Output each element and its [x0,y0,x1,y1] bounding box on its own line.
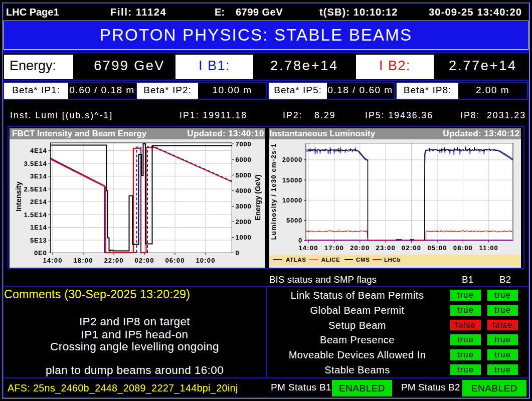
svg-text:4000: 4000 [235,187,251,194]
svg-text:23:00: 23:00 [376,244,395,252]
svg-text:2E14: 2E14 [30,198,47,206]
svg-text:3000: 3000 [235,203,251,210]
svg-text:0: 0 [235,249,239,257]
svg-text:14:00: 14:00 [43,257,62,264]
svg-text:02:00: 02:00 [134,257,154,264]
svg-text:20000: 20000 [282,156,302,163]
svg-text:0E0: 0E0 [34,249,47,257]
svg-text:6000: 6000 [235,156,251,163]
svg-text:1E14: 1E14 [30,224,47,231]
svg-text:5E13: 5E13 [30,237,47,244]
svg-text:5000: 5000 [235,171,251,179]
svg-text:2000: 2000 [235,218,251,226]
svg-text:0: 0 [298,237,302,244]
svg-text:06:00: 06:00 [165,257,185,264]
svg-text:14:00: 14:00 [298,244,318,252]
svg-text:3.5E14: 3.5E14 [24,160,47,167]
svg-text:20:00: 20:00 [350,244,370,252]
svg-text:Energy (GeV): Energy (GeV) [254,174,262,221]
svg-text:7000: 7000 [235,140,251,148]
svg-text:1.5E14: 1.5E14 [24,211,47,219]
svg-text:05:00: 05:00 [427,244,447,252]
svg-text:4E14: 4E14 [30,147,47,154]
svg-text:15000: 15000 [282,176,302,184]
svg-text:17:00: 17:00 [324,244,343,252]
svg-text:22:00: 22:00 [104,257,123,264]
svg-text:Luminosity / 1e30 cm-2s-1: Luminosity / 1e30 cm-2s-1 [269,143,277,240]
svg-text:18:00: 18:00 [73,257,93,264]
svg-text:2.5E14: 2.5E14 [24,185,47,193]
svg-text:02:00: 02:00 [401,244,421,252]
svg-text:11:00: 11:00 [479,244,498,252]
svg-text:08:00: 08:00 [453,244,472,252]
svg-text:Intensity: Intensity [14,181,22,212]
svg-text:1000: 1000 [235,234,251,241]
svg-text:5000: 5000 [286,217,302,224]
svg-text:3E14: 3E14 [30,172,47,180]
svg-text:10:00: 10:00 [196,257,215,264]
svg-text:10000: 10000 [282,196,302,204]
